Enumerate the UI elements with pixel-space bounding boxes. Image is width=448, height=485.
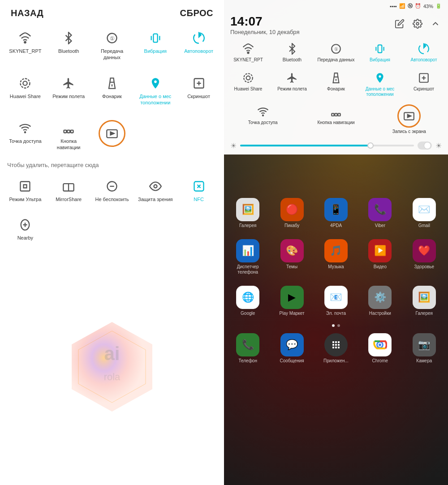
ntile-bluetooth[interactable]: Bluetooth bbox=[271, 39, 314, 65]
app-gmail-label: Gmail bbox=[418, 223, 430, 228]
notif-controls bbox=[393, 15, 442, 30]
app-themes[interactable]: 🎨 Темы bbox=[271, 239, 312, 275]
ntile-screenshot-icon bbox=[417, 71, 431, 85]
viber-icon: 📞 bbox=[368, 198, 392, 221]
tile-nfc[interactable]: NFC bbox=[178, 175, 220, 206]
tile-autorotate[interactable]: Автоповорот bbox=[178, 26, 220, 64]
collapse-icon[interactable] bbox=[429, 17, 442, 30]
gallery2-icon: 🖼️ bbox=[413, 286, 436, 309]
tile-eyeprotect[interactable]: Защита зрения bbox=[134, 175, 176, 206]
ntile-airplane-icon bbox=[285, 71, 299, 85]
tile-hotspot-label: Точка доступа bbox=[9, 138, 41, 144]
nearby-icon bbox=[17, 217, 33, 233]
tile-mirrorshare-label: MirrorShare bbox=[56, 196, 82, 202]
app-gallery2-label: Галерея bbox=[416, 311, 433, 316]
app-music[interactable]: 🎵 Музыка bbox=[316, 239, 356, 275]
brightness-auto-toggle[interactable] bbox=[418, 142, 432, 150]
app-gallery[interactable]: 🖼️ Галерея bbox=[228, 198, 268, 228]
app-4pda[interactable]: 📱 4PDA bbox=[316, 198, 356, 228]
app-camera[interactable]: 📷 Камера bbox=[404, 333, 444, 364]
svg-rect-13 bbox=[67, 130, 70, 133]
app-chrome[interactable]: Chrome bbox=[360, 333, 400, 364]
tile-skynet-label: SKYNET_RPT bbox=[9, 48, 41, 54]
eyeprotect-icon bbox=[147, 178, 164, 194]
app-gmail[interactable]: ✉️ Gmail bbox=[404, 198, 444, 228]
tile-ultramode[interactable]: Режим Ультра bbox=[4, 175, 46, 206]
app-settings[interactable]: ⚙️ Настройки bbox=[360, 286, 400, 316]
ntile-screenshot[interactable]: Скриншот bbox=[402, 68, 445, 100]
tile-nearby[interactable]: Nearby bbox=[4, 213, 46, 245]
ntile-hotspot[interactable]: Точка доступа bbox=[227, 102, 299, 137]
svg-point-33 bbox=[246, 76, 250, 80]
back-button[interactable]: НАЗАД bbox=[11, 8, 43, 18]
themes-icon: 🎨 bbox=[280, 239, 304, 262]
tile-dnd[interactable]: Не беспокоить bbox=[91, 175, 133, 206]
tile-skynet[interactable]: SKYNET_RPT bbox=[4, 26, 46, 64]
ntile-airplane[interactable]: Режим полета bbox=[271, 68, 314, 100]
ntile-location-label: Данные о мес тоположении bbox=[359, 86, 401, 97]
app-gallery2[interactable]: 🖼️ Галерея bbox=[404, 286, 444, 316]
reset-button[interactable]: СБРОС bbox=[180, 8, 213, 18]
app-email-label: Эл. почта bbox=[326, 311, 346, 316]
tile-flashlight[interactable]: Фонарик bbox=[91, 72, 133, 110]
gallery-icon: 🖼️ bbox=[236, 198, 259, 221]
app-email[interactable]: 📧 Эл. почта bbox=[316, 286, 356, 316]
ntile-navbutton-icon bbox=[329, 104, 343, 119]
notif-date: Понедельник, 10 декабря bbox=[230, 29, 299, 35]
svg-rect-41 bbox=[335, 113, 337, 116]
ntile-huawei[interactable]: Huawei Share bbox=[227, 68, 270, 100]
edit-icon[interactable] bbox=[393, 17, 406, 30]
ntile-screenrecord[interactable]: Запись с экрана bbox=[373, 102, 445, 137]
tile-navbutton[interactable]: Кнопка навигации bbox=[48, 116, 90, 155]
ntile-autorotate-label: Автоповорот bbox=[410, 57, 437, 63]
svg-text:①: ① bbox=[334, 47, 338, 52]
ntile-skynet[interactable]: SKYNET_RPT bbox=[227, 39, 270, 65]
mirrorshare-icon bbox=[60, 178, 77, 194]
app-google-label: Google bbox=[241, 311, 255, 316]
app-viber[interactable]: 📞 Viber bbox=[360, 198, 400, 228]
tile-bluetooth-label: Bluetooth bbox=[58, 48, 79, 54]
tile-vibration[interactable]: Вибрация bbox=[134, 26, 176, 64]
app-video[interactable]: ▶️ Видео bbox=[360, 239, 400, 275]
launcher-icon bbox=[324, 333, 348, 356]
ntile-autorotate[interactable]: Автоповорот bbox=[402, 39, 445, 65]
ntile-transfer[interactable]: ① Передача данных bbox=[314, 39, 358, 65]
app-camera-label: Камера bbox=[416, 358, 432, 364]
svg-rect-47 bbox=[338, 341, 340, 343]
app-themes-label: Темы bbox=[286, 264, 297, 270]
brightness-bar[interactable] bbox=[240, 145, 414, 146]
tile-transfer-label: Передача данных bbox=[93, 48, 131, 61]
app-pikabu-label: Пикабу bbox=[284, 223, 299, 228]
tile-transfer[interactable]: ① Передача данных bbox=[91, 26, 133, 64]
app-messages[interactable]: 💬 Сообщения bbox=[271, 333, 312, 364]
settings-icon[interactable] bbox=[411, 17, 424, 30]
tile-bluetooth[interactable]: Bluetooth bbox=[48, 26, 90, 64]
app-google[interactable]: 🌐 Google bbox=[228, 286, 268, 316]
app-gallery-label: Галерея bbox=[239, 223, 256, 228]
app-play[interactable]: ▶ Play Маркет bbox=[271, 286, 312, 316]
app-dispatch[interactable]: 📊 Диспетчер телефона bbox=[228, 239, 268, 275]
tile-dnd-label: Не беспокоить bbox=[95, 196, 129, 202]
tile-mirrorshare[interactable]: MirrorShare bbox=[48, 175, 90, 206]
status-icons-top: ▪▪▪▪ 📶 Ⓝ ⏰ 43% 🔋 bbox=[390, 3, 442, 9]
page-dot-1 bbox=[332, 324, 335, 327]
app-pikabu[interactable]: 🔴 Пикабу bbox=[271, 198, 312, 228]
tile-screenshot[interactable]: Скриншот bbox=[178, 72, 220, 110]
ntile-flashlight[interactable]: Фонарик bbox=[314, 68, 358, 100]
tile-hotspot[interactable]: Точка доступа bbox=[4, 116, 46, 155]
app-health[interactable]: ❤️ Здоровье bbox=[404, 239, 444, 275]
ntile-skynet-label: SKYNET_RPT bbox=[233, 57, 263, 63]
ntile-navbutton[interactable]: Кнопка навигации bbox=[300, 102, 372, 137]
tile-location[interactable]: Данные о мес тоположении bbox=[134, 72, 176, 110]
app-phone[interactable]: 📞 Телефон bbox=[228, 333, 268, 364]
ntile-location[interactable]: Данные о мес тоположении bbox=[358, 68, 401, 100]
tile-huawei-share[interactable]: Huawei Share bbox=[4, 72, 46, 110]
app-launcher[interactable]: Приложен... bbox=[316, 333, 356, 364]
svg-point-28 bbox=[247, 52, 249, 53]
tile-screenrecord[interactable] bbox=[91, 116, 133, 155]
bluetooth-icon bbox=[60, 30, 77, 46]
tile-airplane[interactable]: Режим полета bbox=[48, 72, 90, 110]
brightness-handle[interactable] bbox=[367, 142, 374, 149]
ntile-vibration[interactable]: Вибрация bbox=[358, 39, 401, 65]
nfc-status-icon: Ⓝ bbox=[408, 3, 413, 9]
